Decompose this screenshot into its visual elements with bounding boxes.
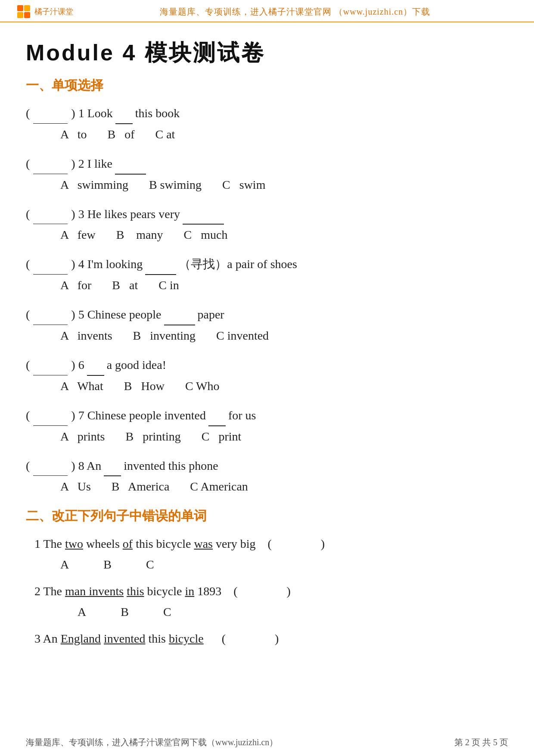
s2q1-word-b: of [123,537,133,550]
s2q3-text: 3 An England invented this bicycle ( ) [34,632,279,645]
q8-text: invented this phone [124,456,218,476]
question-1-line: ( ) 1 Look this book [26,104,508,124]
logo-icon [17,5,30,18]
answer-blank-3[interactable] [33,205,68,225]
s2q1-word-c: was [194,537,213,550]
question-5: ( ) 5 Chinese people paper A invents B i… [0,301,534,351]
bracket: ) 1 Look [71,104,112,123]
fill-blank-5[interactable] [164,305,195,325]
answer-blank-4[interactable] [33,255,68,275]
fill-blank-8[interactable] [104,456,121,477]
option-c: C much [184,228,228,242]
question-8-line: ( ) 8 An invented this phone [26,456,508,477]
footer-right: 第 2 页 共 5 页 [454,737,508,748]
section1-title: 一、单项选择 [0,72,534,100]
option-b: B at [112,278,138,292]
answer-blank-6[interactable] [33,356,68,375]
fill-blank-7[interactable] [208,406,226,426]
s2q3-word-a: England [61,632,101,645]
option-c: C at [155,128,175,141]
option-b: B America [112,480,170,494]
question-3: ( ) 3 He likes pears very A few B many C… [0,200,534,251]
logo-text: 橘子汁课堂 [34,6,73,17]
question-6: ( ) 6 a good idea! A What B How C Who [0,351,534,402]
question-7: ( ) 7 Chinese people invented for us A p… [0,402,534,452]
s2q3-word-b: invented [104,632,145,645]
option-c: C American [190,480,248,494]
s2q2-opt-b: B [121,605,129,619]
answer-blank-2[interactable] [33,154,68,174]
question-5-line: ( ) 5 Chinese people paper [26,305,508,325]
option-c: C print [202,430,242,444]
option-a: A for [60,278,91,292]
q5-text: paper [198,305,224,325]
fill-blank-4[interactable] [145,255,176,275]
question-3-line: ( ) 3 He likes pears very [26,205,508,225]
q3-options: A few B many C much [26,226,508,250]
q8-options: A Us B America C American [26,478,508,501]
option-a: A few [60,228,96,242]
s2q1-opt-c: C [146,558,154,572]
option-b: B How [124,379,165,393]
q4-options: A for B at C in [26,277,508,300]
fill-blank-6[interactable] [87,356,104,376]
s2q1-text: 1 The two wheels of this bicycle was ver… [34,537,325,550]
section2-title: 二、改正下列句子中错误的单词 [0,502,534,530]
question-4-line: ( ) 4 I'm looking （寻找）a pair of shoes [26,255,508,275]
option-b: B many [116,228,163,242]
question-6-line: ( ) 6 a good idea! [26,356,508,376]
q7-options: A prints B printing C print [26,428,508,451]
fill-blank-3[interactable] [183,205,224,225]
s2q3-word-c: bicycle [169,632,204,645]
question-2: ( ) 2 I like A swimming B swiming C swim [0,150,534,200]
q7-text: for us [228,406,256,425]
s2q1-word-a: two [65,537,83,550]
option-a: A invents [60,329,112,343]
option-b: B printing [125,430,180,444]
question-4: ( ) 4 I'm looking （寻找）a pair of shoes A … [0,250,534,301]
option-c: C in [158,278,179,292]
question-1: ( ) 1 Look this book A to B of C at [0,100,534,150]
q1-text: this book [135,104,180,123]
section2-q2: 2 The man invents this bicycle in 1893 (… [0,578,534,603]
option-a: A Us [60,480,91,494]
option-c: C swim [222,178,265,192]
option-c: C invented [216,329,269,343]
option-a: A swimming [60,178,128,192]
fill-blank-2[interactable] [115,154,146,175]
option-a: A to [60,128,87,141]
q4-hint: （寻找）a pair of shoes [179,255,297,274]
fill-blank-1[interactable] [115,104,133,124]
option-a: A What [60,379,103,393]
s2q2-opts: A B C [0,603,534,625]
q2-options: A swimming B swiming C swim [26,176,508,200]
bracket: ( [26,104,30,123]
question-7-line: ( ) 7 Chinese people invented for us [26,406,508,426]
q6-options: A What B How C Who [26,378,508,401]
s2q2-word-b: this [127,584,144,598]
option-b: B swiming [149,178,202,192]
s2q2-opt-c: C [163,605,171,619]
option-b: B inventing [133,329,196,343]
s2q2-text: 2 The man invents this bicycle in 1893 (… [34,584,291,598]
page-header: 橘子汁课堂 海量题库、专项训练，进入橘子汁课堂官网 （www.juzizhi.c… [0,0,534,22]
answer-blank-8[interactable] [33,456,68,476]
s2q2-opt-a: A [60,605,86,619]
answer-blank-7[interactable] [33,406,68,426]
answer-blank-1[interactable] [33,104,68,124]
s2q1-opt-b: B [103,558,112,572]
q6-text: a good idea! [107,356,166,375]
question-2-line: ( ) 2 I like [26,154,508,175]
option-a: A prints [60,430,105,444]
header-slogan: 海量题库、专项训练，进入橘子汁课堂官网 （www.juzizhi.cn）下载 [73,6,517,18]
answer-blank-5[interactable] [33,305,68,325]
s2q1-opts: A B C [0,556,534,578]
q1-options: A to B of C at [26,126,508,149]
option-c: C Who [185,379,220,393]
section2-q1: 1 The two wheels of this bicycle was ver… [0,530,534,556]
logo: 橘子汁课堂 [17,5,73,18]
page-footer: 海量题库、专项训练，进入橘子汁课堂官网下载（www.juzizhi.cn） 第 … [0,737,534,748]
section2-q3: 3 An England invented this bicycle ( ) [0,625,534,651]
s2q1-opt-a: A [60,558,69,572]
s2q2-word-a: man invents [65,584,124,598]
